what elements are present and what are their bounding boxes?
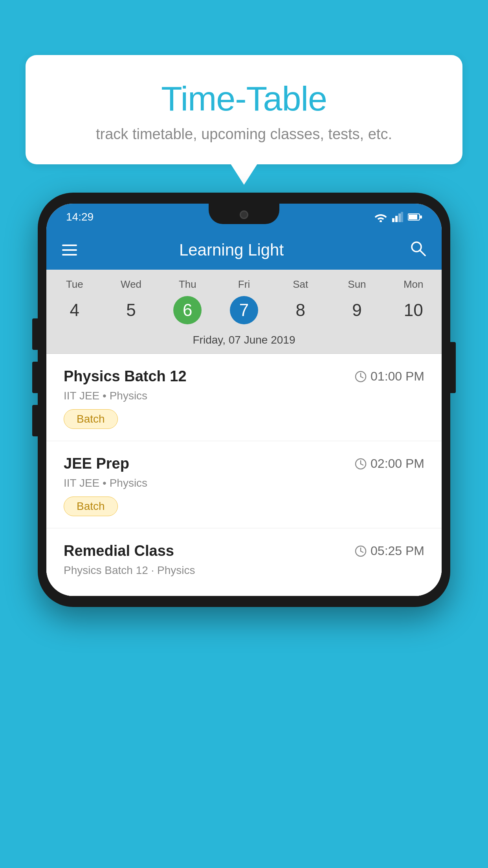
svg-point-0 (380, 220, 382, 222)
status-time: 14:29 (66, 211, 94, 223)
schedule-time: 01:00 PM (355, 369, 424, 384)
svg-rect-3 (398, 213, 401, 222)
day-name: Mon (385, 278, 442, 291)
day-name: Sat (272, 278, 329, 291)
search-button[interactable] (409, 240, 426, 260)
schedule-time: 02:00 PM (355, 456, 424, 471)
phone-outer: 14:29 (38, 193, 450, 607)
svg-line-15 (361, 464, 363, 465)
day-number[interactable]: 7 (230, 296, 258, 324)
calendar-day-4[interactable]: Tue4 (46, 278, 103, 324)
status-bar: 14:29 (46, 204, 442, 230)
app-bar: Learning Light (46, 230, 442, 270)
batch-tag: Batch (64, 497, 118, 516)
schedule-item[interactable]: JEE Prep02:00 PMIIT JEE • PhysicsBatch (46, 441, 442, 528)
phone-screen: 14:29 (46, 204, 442, 596)
svg-rect-6 (409, 215, 417, 219)
schedule-title: JEE Prep (64, 455, 129, 472)
day-number[interactable]: 6 (173, 296, 202, 324)
wifi-icon (374, 212, 387, 222)
notch (209, 204, 279, 224)
day-name: Thu (159, 278, 216, 291)
day-name: Tue (46, 278, 103, 291)
svg-rect-1 (392, 218, 394, 222)
schedule-time: 05:25 PM (355, 544, 424, 558)
day-number[interactable]: 10 (399, 296, 427, 324)
svg-line-12 (361, 377, 363, 378)
svg-point-8 (412, 242, 421, 252)
battery-icon (408, 213, 422, 221)
clock-icon (355, 371, 367, 383)
day-name: Fri (216, 278, 272, 291)
schedule-item-header: Physics Batch 1201:00 PM (64, 368, 424, 385)
svg-line-18 (361, 551, 363, 552)
bubble-title: Time-Table (45, 79, 443, 119)
day-number[interactable]: 5 (117, 296, 145, 324)
svg-rect-2 (395, 216, 398, 222)
day-number[interactable]: 8 (286, 296, 315, 324)
schedule-title: Remedial Class (64, 542, 174, 559)
clock-icon (355, 545, 367, 557)
batch-tag: Batch (64, 409, 118, 429)
day-name: Wed (103, 278, 160, 291)
bubble-subtitle: track timetable, upcoming classes, tests… (45, 126, 443, 143)
signal-icon (392, 212, 403, 222)
schedule-item[interactable]: Remedial Class05:25 PMPhysics Batch 12 ·… (46, 528, 442, 596)
schedule-item[interactable]: Physics Batch 1201:00 PMIIT JEE • Physic… (46, 354, 442, 441)
schedule-list: Physics Batch 1201:00 PMIIT JEE • Physic… (46, 354, 442, 596)
status-icons (374, 212, 422, 222)
speech-bubble: Time-Table track timetable, upcoming cla… (26, 55, 462, 164)
schedule-item-header: JEE Prep02:00 PM (64, 455, 424, 472)
calendar-week-row: Tue4Wed5Thu6Fri7Sat8Sun9Mon10 (46, 270, 442, 328)
hamburger-menu-icon[interactable] (62, 245, 77, 256)
schedule-subtitle: IIT JEE • Physics (64, 390, 424, 402)
calendar-day-7[interactable]: Fri7 (216, 278, 272, 324)
selected-date-label: Friday, 07 June 2019 (46, 328, 442, 354)
day-number[interactable]: 4 (61, 296, 89, 324)
day-name: Sun (329, 278, 385, 291)
svg-line-9 (420, 251, 425, 256)
clock-icon (355, 458, 367, 470)
speech-bubble-container: Time-Table track timetable, upcoming cla… (26, 55, 462, 164)
svg-rect-4 (401, 212, 403, 222)
camera (240, 210, 248, 219)
schedule-title: Physics Batch 12 (64, 368, 187, 385)
day-number[interactable]: 9 (343, 296, 371, 324)
calendar-day-6[interactable]: Thu6 (159, 278, 216, 324)
svg-rect-7 (420, 215, 422, 219)
app-title: Learning Light (91, 241, 372, 259)
schedule-subtitle: Physics Batch 12 · Physics (64, 564, 424, 577)
schedule-subtitle: IIT JEE • Physics (64, 477, 424, 489)
calendar-day-9[interactable]: Sun9 (329, 278, 385, 324)
calendar-day-5[interactable]: Wed5 (103, 278, 160, 324)
calendar-day-8[interactable]: Sat8 (272, 278, 329, 324)
phone-mockup: 14:29 (38, 193, 450, 607)
calendar-day-10[interactable]: Mon10 (385, 278, 442, 324)
schedule-item-header: Remedial Class05:25 PM (64, 542, 424, 559)
